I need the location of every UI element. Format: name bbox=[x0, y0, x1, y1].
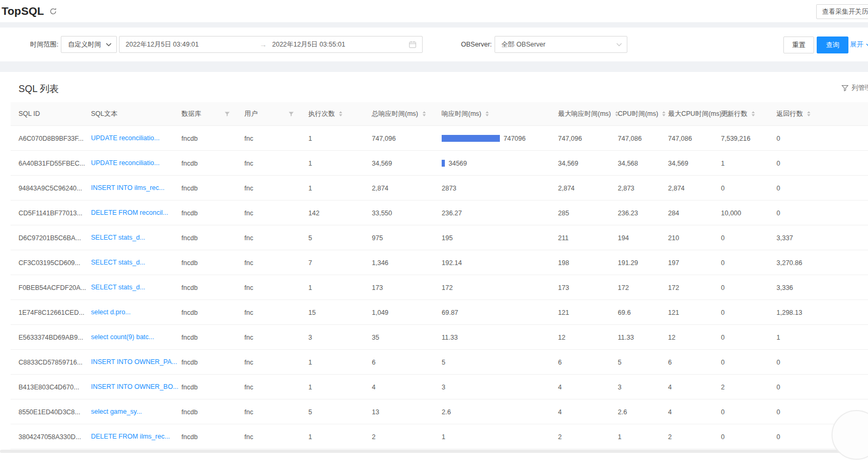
table-row: 8550E1ED40D3C8...select game_sy...fncdbf… bbox=[11, 399, 868, 424]
sql-text-link-value[interactable]: INSERT INTO ilms_rec... bbox=[91, 184, 165, 192]
expand-link[interactable]: 展开 bbox=[850, 40, 868, 49]
cpu-time-cell-value: 236.23 bbox=[618, 209, 638, 216]
sql-id-cell: B413E803C4D670... bbox=[11, 375, 83, 399]
max-cpu-time-cell-value: 172 bbox=[668, 284, 679, 291]
column-header-returned_rows[interactable]: 返回行数 bbox=[769, 102, 868, 126]
reset-button[interactable]: 重置 bbox=[783, 37, 814, 53]
sort-icon[interactable] bbox=[662, 111, 665, 116]
user-cell-value: fnc bbox=[244, 358, 253, 366]
cpu-time-cell-value: 2,873 bbox=[618, 184, 634, 192]
chevron-down-icon bbox=[106, 43, 112, 47]
query-button[interactable]: 查询 bbox=[817, 37, 848, 53]
sql-id-cell: E5633374BD69AB9... bbox=[11, 325, 83, 350]
max-cpu-time-cell-value: 4 bbox=[668, 408, 672, 415]
updated-rows-cell: 1 bbox=[713, 151, 769, 176]
database-cell: fncdb bbox=[173, 275, 236, 300]
max-response-time-cell-value: 12 bbox=[558, 333, 565, 341]
column-header-max_cpu[interactable]: 最大CPU时间(ms) bbox=[660, 102, 713, 126]
column-header-resp[interactable]: 响应时间(ms) bbox=[434, 102, 550, 126]
sort-icon[interactable] bbox=[807, 111, 810, 116]
column-manage-button[interactable]: 列管理 bbox=[842, 84, 868, 93]
executions-cell-value: 1 bbox=[308, 184, 312, 192]
observer-value: 全部 OBServer bbox=[501, 40, 545, 49]
column-header-user[interactable]: 用户 bbox=[236, 102, 300, 126]
refresh-icon[interactable] bbox=[49, 7, 57, 15]
column-header-database[interactable]: 数据库 bbox=[173, 102, 236, 126]
table-row: C8833CD57859716...INSERT INTO OWNER_PA..… bbox=[11, 350, 868, 375]
sql-text-link-value[interactable]: select d.pro... bbox=[91, 308, 131, 316]
sql-text-link: DELETE FROM reconcil... bbox=[83, 201, 173, 225]
total-response-time-cell: 1,049 bbox=[364, 300, 434, 325]
sort-icon[interactable] bbox=[486, 111, 489, 116]
divider bbox=[0, 61, 868, 72]
executions-cell: 7 bbox=[300, 250, 364, 275]
end-time-value[interactable]: 2022年12月5日 03:55:01 bbox=[272, 40, 345, 49]
column-label: 更新行数 bbox=[721, 110, 747, 119]
sort-icon[interactable] bbox=[752, 111, 755, 116]
response-time-cell: 195 bbox=[434, 225, 550, 250]
collect-switch-history-button[interactable]: 查看采集开关历史 bbox=[816, 4, 868, 19]
response-time-cell: 11.33 bbox=[434, 325, 550, 350]
updated-rows-cell: 10,000 bbox=[713, 201, 769, 225]
cpu-time-cell-value: 747,086 bbox=[618, 134, 642, 142]
page-header: TopSQL 查看采集开关历史 bbox=[0, 0, 868, 22]
user-cell: fnc bbox=[236, 350, 300, 375]
filter-icon[interactable] bbox=[224, 111, 230, 117]
column-label: 执行次数 bbox=[308, 110, 335, 119]
sql-text-link-value[interactable]: UPDATE reconciliatio... bbox=[91, 134, 160, 142]
observer-select[interactable]: 全部 OBServer bbox=[495, 36, 627, 53]
sql-text-link-value[interactable]: DELETE FROM ilms_rec... bbox=[91, 433, 170, 440]
updated-rows-cell: 0 bbox=[713, 275, 769, 300]
chevron-down-icon bbox=[866, 43, 868, 47]
column-header-cpu[interactable]: CPU时间(ms) bbox=[610, 102, 660, 126]
sql-text-link-value[interactable]: INSERT INTO OWNER_BO... bbox=[91, 383, 178, 390]
time-range-label: 时间范围: bbox=[30, 40, 58, 49]
returned-rows-cell: 3,270.86 bbox=[769, 250, 868, 275]
database-cell-value: fncdb bbox=[181, 358, 198, 366]
total-response-time-cell: 33,550 bbox=[364, 201, 434, 225]
updated-rows-cell-value: 0 bbox=[721, 184, 725, 192]
cpu-time-cell: 69.6 bbox=[610, 300, 660, 325]
sql-id-cell-value: 8550E1ED40D3C8... bbox=[19, 408, 80, 415]
sql-text-link-value[interactable]: DELETE FROM reconcil... bbox=[91, 209, 168, 216]
max-cpu-time-cell: 4 bbox=[660, 375, 713, 399]
column-label: 最大响应时间(ms) bbox=[558, 110, 611, 119]
horizontal-scrollbar[interactable] bbox=[0, 450, 868, 453]
table-row: D6C97201B5C6BA...SELECT stats_d...fncdbf… bbox=[11, 225, 868, 250]
sort-icon[interactable] bbox=[339, 111, 342, 116]
sql-text-link-value[interactable]: SELECT stats_d... bbox=[91, 234, 145, 241]
database-cell-value: fncdb bbox=[181, 383, 198, 390]
sql-id-cell: 3804247058A330D... bbox=[11, 424, 83, 449]
returned-rows-cell-value: 0 bbox=[776, 433, 780, 440]
response-time-cell: 1 bbox=[434, 424, 550, 449]
max-response-time-cell: 121 bbox=[550, 300, 610, 325]
time-type-select[interactable]: 自定义时间 bbox=[61, 36, 117, 53]
filter-icon[interactable] bbox=[288, 111, 294, 117]
sql-text-link-value[interactable]: INSERT INTO OWNER_PA... bbox=[91, 358, 177, 366]
updated-rows-cell: 0 bbox=[713, 176, 769, 201]
sql-text-link-value[interactable]: UPDATE reconciliatio... bbox=[91, 159, 160, 167]
database-cell-value: fncdb bbox=[181, 159, 198, 167]
cpu-time-cell: 236.23 bbox=[610, 201, 660, 225]
cpu-time-cell: 2.6 bbox=[610, 399, 660, 424]
total-response-time-cell: 747,096 bbox=[364, 126, 434, 151]
sql-text-link-value[interactable]: SELECT stats_d... bbox=[91, 259, 145, 266]
column-header-total_resp[interactable]: 总响应时间(ms) bbox=[364, 102, 434, 126]
sql-text-link-value[interactable]: select count(9) batc... bbox=[91, 333, 154, 341]
response-time-cell: 172 bbox=[434, 275, 550, 300]
total-response-time-cell-value: 173 bbox=[372, 284, 383, 291]
column-header-max_resp[interactable]: 最大响应时间(ms) bbox=[550, 102, 610, 126]
swap-right-icon: → bbox=[259, 40, 267, 49]
reset-button-label: 重置 bbox=[792, 41, 806, 50]
start-time-value[interactable]: 2022年12月5日 03:49:01 bbox=[125, 40, 259, 49]
cpu-time-cell: 3 bbox=[610, 375, 660, 399]
sort-icon[interactable] bbox=[423, 111, 426, 116]
column-header-executions[interactable]: 执行次数 bbox=[300, 102, 364, 126]
sql-text-link-value[interactable]: select game_sy... bbox=[91, 408, 142, 415]
user-cell-value: fnc bbox=[244, 284, 253, 291]
user-cell: fnc bbox=[236, 126, 300, 151]
column-header-updated_rows[interactable]: 更新行数 bbox=[713, 102, 769, 126]
date-range-picker[interactable]: 2022年12月5日 03:49:01 → 2022年12月5日 03:55:0… bbox=[119, 36, 423, 53]
sql-text-link-value[interactable]: SELECT stats_d... bbox=[91, 284, 145, 291]
returned-rows-cell-value: 0 bbox=[776, 159, 780, 167]
